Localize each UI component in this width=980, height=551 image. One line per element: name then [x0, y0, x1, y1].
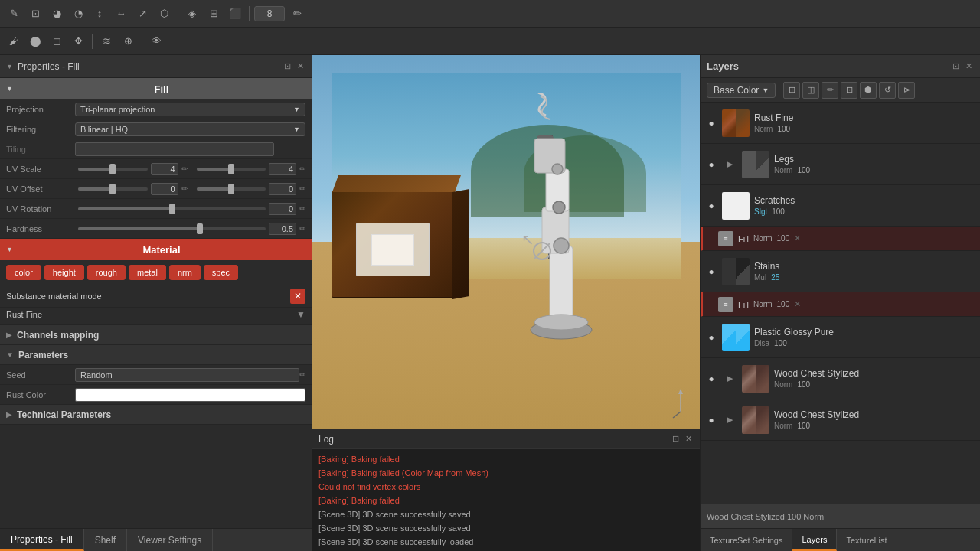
uv-rotation-track[interactable]: [78, 207, 266, 210]
parameters-header[interactable]: ▼ Parameters: [0, 345, 312, 365]
seed-edit-icon[interactable]: ✏: [299, 370, 305, 379]
uv-offset-handle-1[interactable]: [109, 184, 116, 194]
tool-icon-2[interactable]: ⊡: [26, 5, 44, 23]
channel-btn-rough[interactable]: rough: [87, 265, 126, 280]
uv-scale-track-2[interactable]: [197, 168, 266, 171]
uv-scale-value-1[interactable]: 4: [151, 163, 178, 175]
tiling-input[interactable]: Repeat: [75, 142, 274, 156]
tool-icon-3[interactable]: ◕: [47, 5, 66, 23]
tool2-transform[interactable]: ✥: [69, 32, 87, 51]
layer-tool-2[interactable]: ◫: [802, 82, 819, 99]
tool-icon-11[interactable]: ⬛: [226, 5, 244, 23]
layer-item-fill-1[interactable]: ≡ Fill Norm 100 ✕: [701, 227, 980, 251]
tab-texturelist[interactable]: TextureList: [837, 529, 897, 551]
layer-tool-7[interactable]: ⊳: [898, 82, 915, 99]
tool-icon-8[interactable]: ⬡: [155, 5, 173, 23]
fill-sub-delete-2[interactable]: ✕: [794, 299, 801, 309]
channel-btn-spec[interactable]: spec: [204, 265, 238, 280]
panel-close-icon[interactable]: ✕: [296, 60, 305, 73]
channels-mapping-header[interactable]: ▶ Channels mapping: [0, 325, 312, 345]
material-header[interactable]: ▼ Material: [0, 239, 312, 260]
layer-item-plastic[interactable]: ● Plastic Glossy Pure Disa 100: [701, 317, 980, 358]
layer-item-stains[interactable]: ● Stains Mul 25: [701, 251, 980, 292]
layer-eye-plastic[interactable]: ●: [705, 331, 717, 344]
layer-eye-stains[interactable]: ●: [705, 266, 717, 278]
layer-tool-3[interactable]: ✏: [822, 82, 838, 99]
uv-rotation-edit[interactable]: ✏: [299, 204, 305, 213]
uv-offset-handle-2[interactable]: [228, 184, 234, 194]
layer-eye-wood-2[interactable]: ●: [705, 414, 717, 426]
uv-scale-value-2[interactable]: 4: [269, 163, 296, 175]
layer-item-wood-2[interactable]: ● ▶ Wood Chest Stylized Norm 100: [701, 399, 980, 441]
substance-arrow-icon[interactable]: ▼: [296, 309, 305, 320]
tool-icon-6[interactable]: ↔: [112, 5, 130, 23]
tool-icon-1[interactable]: ✎: [5, 5, 23, 23]
technical-params-header[interactable]: ▶ Technical Parameters: [0, 405, 312, 425]
uv-scale-track-1[interactable]: [78, 168, 148, 171]
base-color-dropdown[interactable]: Base Color ▼: [707, 83, 776, 98]
uv-scale-handle-1[interactable]: [109, 164, 116, 174]
tool-icon-5[interactable]: ↕: [90, 5, 109, 23]
layer-tool-1[interactable]: ⊞: [783, 82, 800, 99]
tool2-square[interactable]: ◻: [47, 32, 66, 51]
tool2-smudge[interactable]: ≋: [97, 32, 116, 51]
layer-item-fill-2[interactable]: ≡ Fill Norm 100 ✕: [701, 292, 980, 317]
fill-sub-delete-1[interactable]: ✕: [794, 233, 801, 243]
layer-tool-6[interactable]: ↺: [879, 82, 896, 99]
tool-icon-10[interactable]: ⊞: [204, 5, 223, 23]
tool2-eye[interactable]: 👁: [147, 32, 165, 51]
tool-icon-7[interactable]: ↗: [133, 5, 152, 23]
layer-item-legs[interactable]: ● ▶ Legs Norm 100: [701, 144, 980, 185]
viewport-canvas[interactable]: ↖: [312, 55, 700, 429]
uv-scale-handle-2[interactable]: [228, 164, 234, 174]
uv-offset-track-2[interactable]: [197, 187, 266, 191]
channel-btn-height[interactable]: height: [44, 265, 84, 280]
substance-close-button[interactable]: ✕: [290, 289, 305, 304]
hardness-value[interactable]: 0.5: [269, 223, 296, 235]
projection-dropdown[interactable]: Tri-planar projection ▼: [75, 103, 305, 116]
log-content[interactable]: [Baking] Baking failed [Baking] Baking f…: [312, 449, 700, 551]
log-resize-icon[interactable]: ⊡: [671, 432, 681, 445]
layer-tool-4[interactable]: ⊡: [841, 82, 858, 99]
layer-eye-scratches[interactable]: ●: [705, 200, 717, 212]
tool2-fill[interactable]: ⬤: [26, 32, 44, 51]
uv-rotation-value[interactable]: 0: [269, 203, 296, 215]
layers-resize-icon[interactable]: ⊡: [951, 60, 961, 73]
layer-eye-wood-1[interactable]: ●: [705, 373, 717, 385]
tool2-paint[interactable]: 🖌: [5, 32, 23, 51]
fill-header[interactable]: ▼ Fill: [0, 78, 312, 99]
tool-icon-4[interactable]: ◔: [69, 5, 87, 23]
uv-scale-edit-2[interactable]: ✏: [299, 165, 305, 173]
tool-pencil-icon[interactable]: ✏: [288, 5, 306, 23]
layer-eye-rust-fine[interactable]: ●: [705, 117, 717, 129]
uv-offset-track-1[interactable]: [78, 187, 148, 191]
layer-item-scratches[interactable]: ● Scratches Slgt 100: [701, 185, 980, 227]
filtering-dropdown[interactable]: Bilinear | HQ ▼: [75, 122, 305, 136]
tool-icon-9[interactable]: ◈: [183, 5, 201, 23]
layer-item-wood-1[interactable]: ● ▶ Wood Chest Stylized Norm 100: [701, 358, 980, 399]
hardness-edit[interactable]: ✏: [299, 224, 305, 233]
panel-expand-icon[interactable]: ▼: [6, 63, 13, 70]
seed-input[interactable]: Random: [75, 368, 299, 382]
channel-btn-nrm[interactable]: nrm: [169, 265, 201, 280]
uv-offset-edit-2[interactable]: ✏: [299, 184, 305, 193]
hardness-track[interactable]: [78, 227, 266, 230]
hardness-handle[interactable]: [197, 223, 203, 234]
tab-viewer-settings[interactable]: Viewer Settings: [127, 529, 213, 551]
uv-offset-value-2[interactable]: 0: [269, 183, 296, 195]
layer-item-rust-fine[interactable]: ● Rust Fine Norm 100: [701, 103, 980, 144]
channel-btn-color[interactable]: color: [6, 265, 41, 280]
tab-properties-fill[interactable]: Properties - Fill: [0, 529, 84, 551]
layers-close-icon[interactable]: ✕: [964, 60, 974, 73]
toolbar-number-input[interactable]: 8: [254, 6, 285, 21]
tool2-clone[interactable]: ⊕: [119, 32, 137, 51]
uv-rotation-handle[interactable]: [169, 204, 175, 214]
channel-btn-metal[interactable]: metal: [129, 265, 166, 280]
layer-tool-5[interactable]: ⬢: [860, 82, 877, 99]
rust-color-swatch[interactable]: [75, 388, 305, 402]
tab-textureset-settings[interactable]: TextureSet Settings: [701, 529, 792, 551]
uv-offset-value-1[interactable]: 0: [151, 183, 178, 195]
uv-scale-edit-1[interactable]: ✏: [181, 165, 188, 173]
panel-resize-icon[interactable]: ⊡: [283, 60, 292, 73]
tab-layers[interactable]: Layers: [792, 529, 837, 551]
